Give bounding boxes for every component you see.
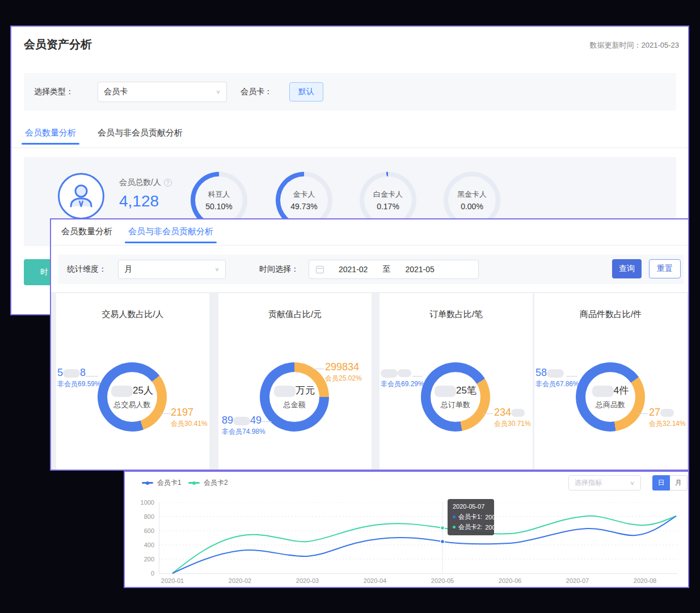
ring-percent: 0.00%: [461, 202, 483, 211]
member-card-label: 会员卡：: [241, 87, 272, 97]
blue-dot-icon: [453, 515, 456, 518]
type-select-value: 会员卡: [104, 87, 128, 97]
series-card2-line: [172, 516, 676, 573]
card-title: 贡献值占比/元: [218, 309, 372, 320]
default-card-button[interactable]: 默认: [289, 82, 323, 102]
ring-name: 白金卡人: [373, 189, 403, 200]
member-callout: 234 会员30.71%: [494, 405, 531, 428]
value-text: 234: [494, 407, 511, 418]
total-label-text: 会员总数/人: [119, 177, 161, 188]
y-tick: 0: [133, 570, 154, 577]
card-contribution-value: 贡献值占比/元 万元 总金额 299834 会员25.02% 8949 非会员7…: [218, 293, 372, 470]
line-dot-icon: [142, 482, 153, 484]
tab-member-contribution-analysis-2[interactable]: 会员与非会员贡献分析: [128, 226, 213, 237]
dimension-select[interactable]: 月 ∨: [118, 260, 226, 279]
metric-placeholder: 选择指标: [575, 478, 602, 488]
y-tick: 1000: [133, 499, 154, 506]
legend-card1[interactable]: 会员卡1: [142, 478, 182, 488]
tooltip-series-name: 会员卡2:: [458, 523, 482, 531]
member-callout: 27 会员32.14%: [649, 405, 686, 428]
hover-point-card2: [441, 526, 445, 530]
tab-member-contribution-analysis[interactable]: 会员与非会员贡献分析: [98, 128, 183, 138]
nonmember-callout: 58 非会员67.86%: [535, 366, 579, 388]
date-range-input[interactable]: 2021-02 至 2021-05: [309, 260, 479, 279]
tab-label: 会员数量分析: [25, 128, 76, 137]
period-toggle: 日 月: [652, 475, 688, 491]
x-tick: 2020-03: [290, 577, 324, 584]
redaction-blob: [63, 369, 80, 378]
x-tick: 2020-08: [628, 577, 662, 584]
member-total-value: 4,128: [119, 192, 159, 210]
type-select[interactable]: 会员卡 ∨: [98, 82, 227, 102]
time-range-label: 时间选择：: [259, 264, 299, 274]
value-prefix: 58: [535, 367, 547, 378]
value-text: 27: [649, 407, 660, 418]
ring-percent: 50.10%: [205, 202, 232, 211]
month-toggle-button[interactable]: 月: [670, 475, 688, 491]
date-to[interactable]: 2021-05: [405, 265, 434, 274]
redaction-blob: [511, 409, 525, 417]
select-type-label: 选择类型：: [34, 87, 74, 97]
ring-name: 金卡人: [293, 189, 315, 200]
front-tabs: 会员数量分析 会员与非会员贡献分析: [51, 219, 688, 246]
line-dot-icon: [188, 482, 200, 484]
chevron-down-icon: ∨: [630, 480, 635, 486]
trend-chart-panel: 会员卡1 会员卡2 选择指标 ∨ 日 月 1000 800 600 400 20…: [124, 471, 689, 588]
center-label: 总金额: [248, 400, 340, 410]
y-tick: 200: [133, 556, 154, 563]
center-value: 25人: [133, 385, 153, 396]
member-callout: 2197 会员30.41%: [171, 405, 208, 428]
chart-legend-row: 会员卡1 会员卡2 选择指标 ∨ 日 月: [125, 472, 688, 492]
hover-point-card1: [441, 540, 445, 544]
day-toggle-button[interactable]: 日: [652, 475, 670, 491]
value-text: 2197: [171, 407, 193, 418]
line-chart-svg: [159, 502, 677, 574]
query-button[interactable]: 查询: [612, 259, 642, 278]
percent-label: 非会员67.86%: [535, 379, 579, 388]
redaction-blob: [111, 386, 133, 397]
tooltip-date: 2020-05-07: [453, 503, 489, 510]
tab-label: 会员与非会员贡献分析: [128, 226, 213, 236]
line-chart[interactable]: 1000 800 600 400 200 0 2020-01 2020-02 2…: [125, 492, 690, 587]
reset-button[interactable]: 重置: [649, 259, 681, 278]
x-tick: 2020-06: [493, 577, 527, 584]
center-value: 25笔: [456, 385, 476, 396]
legend-label: 会员卡2: [204, 478, 228, 488]
card-title: 订单数占比/笔: [379, 309, 533, 320]
tooltip-series-value: 200: [485, 514, 495, 521]
tooltip-series-name: 会员卡1:: [458, 513, 482, 521]
contribution-panel: 会员数量分析 会员与非会员贡献分析 统计维度： 月 ∨ 时间选择： 2021-0…: [50, 218, 689, 471]
question-circle-icon[interactable]: ?: [164, 179, 172, 187]
card-title: 交易人数占比/人: [56, 309, 209, 320]
x-tick: 2020-01: [155, 577, 189, 584]
ring-percent: 49.73%: [290, 202, 317, 211]
value-text: 299834: [325, 361, 359, 373]
tooltip-series-value: 200: [485, 524, 495, 531]
callout-line: [313, 369, 324, 369]
ring-percent: 0.17%: [377, 202, 399, 211]
redaction-blob: [660, 409, 674, 417]
x-tick: 2020-04: [358, 577, 392, 584]
tab-label: 会员与非会员贡献分析: [98, 128, 183, 137]
calendar-icon: [316, 266, 324, 273]
card-transaction-people: 交易人数占比/人 25人 总交易人数 58 非会员69.59% 2197 会员3…: [56, 293, 209, 470]
tab-member-count-analysis-2[interactable]: 会员数量分析: [61, 226, 112, 237]
back-tabs: 会员数量分析 会员与非会员贡献分析: [11, 123, 688, 148]
donut-center: 万元 总金额: [248, 384, 340, 410]
value-suffix: 49: [250, 415, 262, 426]
percent-label: 非会员74.98%: [222, 427, 265, 436]
tab-label: 会员数量分析: [61, 226, 112, 236]
legend-card2[interactable]: 会员卡2: [188, 478, 228, 488]
legend-label: 会员卡1: [157, 478, 182, 488]
center-value: 万元: [296, 385, 315, 396]
redaction-blob: [381, 369, 398, 378]
metric-select[interactable]: 选择指标 ∨: [568, 475, 641, 491]
redaction-blob: [592, 386, 614, 397]
redaction-blob: [398, 369, 411, 377]
tab-member-count-analysis[interactable]: 会员数量分析: [25, 128, 76, 138]
x-tick: 2020-02: [223, 577, 257, 584]
callout-line: [483, 413, 493, 414]
redaction-blob: [233, 417, 250, 425]
card-product-count: 商品件数占比/件 4件 总商品数 58 非会员67.86% 27 会员32.14…: [534, 293, 687, 470]
date-from[interactable]: 2021-02: [339, 265, 368, 274]
